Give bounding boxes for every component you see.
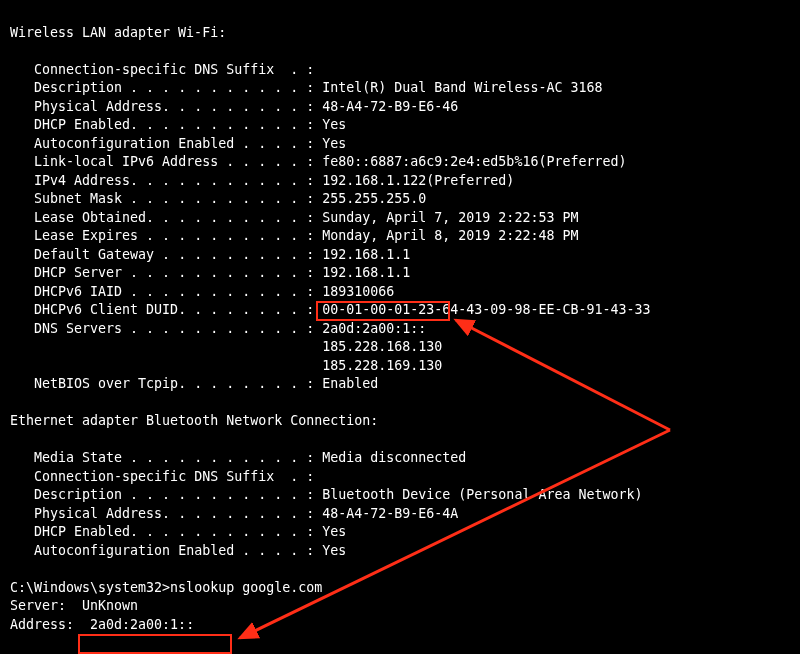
prompt-line[interactable]: C:\Windows\system32>nslookup google.com [10, 580, 322, 595]
wifi-row: Connection-specific DNS Suffix . : [34, 62, 322, 77]
bt-row: Media State . . . . . . . . . . . : Medi… [34, 450, 466, 465]
wifi-row: Lease Expires . . . . . . . . . . : Mond… [34, 228, 578, 243]
nslookup-address-value: 2a0d:2a00:1:: [90, 617, 194, 632]
wifi-header: Wireless LAN adapter Wi-Fi: [10, 25, 226, 40]
wifi-row: DHCPv6 Client DUID. . . . . . . . : 00-0… [34, 302, 650, 317]
wifi-row: DHCP Enabled. . . . . . . . . . . : Yes [34, 117, 346, 132]
bt-header: Ethernet adapter Bluetooth Network Conne… [10, 413, 378, 428]
wifi-row: Physical Address. . . . . . . . . : 48-A… [34, 99, 458, 114]
dns-extra: 185.228.168.130 [322, 339, 442, 354]
prompt-command: nslookup google.com [170, 580, 322, 595]
dns-extra: 185.228.169.130 [322, 358, 442, 373]
prompt-path: C:\Windows\system32> [10, 580, 170, 595]
bt-row: DHCP Enabled. . . . . . . . . . . : Yes [34, 524, 346, 539]
wifi-row: Lease Obtained. . . . . . . . . . : Sund… [34, 210, 578, 225]
nslookup-server: Server: UnKnown [10, 598, 138, 613]
highlight-nslookup-address [78, 634, 232, 654]
wifi-row: Autoconfiguration Enabled . . . . : Yes [34, 136, 346, 151]
wifi-row: Description . . . . . . . . . . . : Inte… [34, 80, 602, 95]
bt-row: Physical Address. . . . . . . . . : 48-A… [34, 506, 458, 521]
wifi-row: DHCPv6 IAID . . . . . . . . . . . : 1893… [34, 284, 394, 299]
wifi-row: DHCP Server . . . . . . . . . . . : 192.… [34, 265, 410, 280]
bt-row: Autoconfiguration Enabled . . . . : Yes [34, 543, 346, 558]
netbios-row: NetBIOS over Tcpip. . . . . . . . : Enab… [34, 376, 378, 391]
wifi-row: Link-local IPv6 Address . . . . . : fe80… [34, 154, 626, 169]
dns-primary: 2a0d:2a00:1:: [322, 321, 426, 336]
bt-row: Connection-specific DNS Suffix . : [34, 469, 322, 484]
wifi-row: DNS Servers . . . . . . . . . . . : 2a0d… [34, 321, 426, 336]
wifi-row: IPv4 Address. . . . . . . . . . . : 192.… [34, 173, 514, 188]
wifi-row: Default Gateway . . . . . . . . . : 192.… [34, 247, 410, 262]
wifi-row: Subnet Mask . . . . . . . . . . . : 255.… [34, 191, 426, 206]
bt-row: Description . . . . . . . . . . . : Blue… [34, 487, 642, 502]
nslookup-address: Address: 2a0d:2a00:1:: [10, 617, 194, 632]
terminal-output[interactable]: Wireless LAN adapter Wi-Fi: Connection-s… [0, 0, 800, 634]
